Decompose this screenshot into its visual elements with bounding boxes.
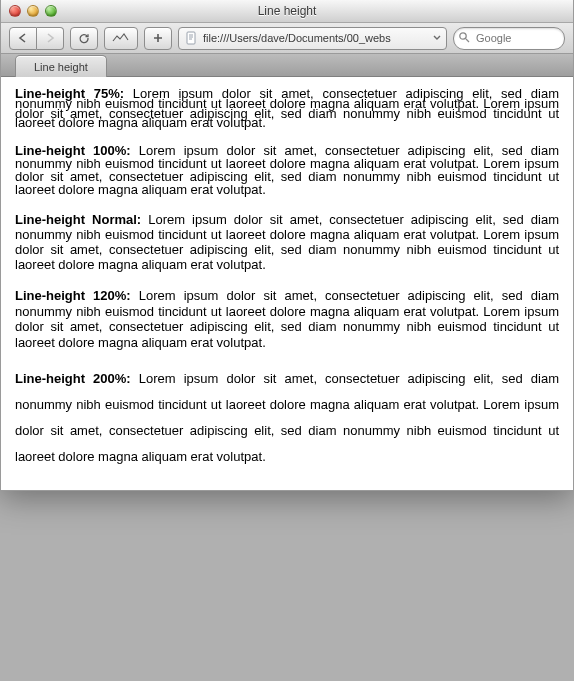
paragraph-lh-normal: Line-height Normal: Lorem ipsum dolor si… (15, 212, 559, 272)
tab-active[interactable]: Line height (15, 55, 107, 77)
address-dropdown[interactable] (428, 32, 446, 44)
tab-title: Line height (34, 61, 88, 73)
toolbar (1, 23, 573, 54)
address-input[interactable] (203, 32, 428, 44)
paragraph-lh-200: Line-height 200%: Lorem ipsum dolor sit … (15, 366, 559, 470)
close-window-button[interactable] (9, 5, 21, 17)
paragraph-label: Line-height 200%: (15, 371, 131, 386)
address-bar[interactable] (178, 27, 447, 50)
minimize-window-button[interactable] (27, 5, 39, 17)
reload-button[interactable] (70, 27, 98, 50)
page-content: Line-height 75%: Lorem ipsum dolor sit a… (1, 77, 573, 490)
nav-button-group (9, 27, 64, 50)
svg-rect-0 (187, 32, 195, 44)
traffic-lights (9, 5, 57, 17)
search-input[interactable] (474, 31, 558, 45)
browser-window: Line height (0, 0, 574, 491)
svg-point-1 (460, 33, 466, 39)
paragraph-lh-100: Line-height 100%: Lorem ipsum dolor sit … (15, 144, 559, 196)
magnifier-icon (458, 31, 470, 45)
paragraph-label: Line-height 120%: (15, 288, 131, 303)
zoom-window-button[interactable] (45, 5, 57, 17)
window-title: Line height (1, 4, 573, 18)
favicon (183, 30, 199, 46)
forward-button[interactable] (37, 27, 64, 50)
titlebar: Line height (1, 0, 573, 23)
safari-menu-button[interactable] (104, 27, 138, 50)
tab-strip: Line height (1, 54, 573, 77)
paragraph-label: Line-height Normal: (15, 212, 141, 227)
add-bookmark-button[interactable] (144, 27, 172, 50)
paragraph-lh-120: Line-height 120%: Lorem ipsum dolor sit … (15, 288, 559, 350)
paragraph-lh-75: Line-height 75%: Lorem ipsum dolor sit a… (15, 89, 559, 128)
search-field[interactable] (453, 27, 565, 50)
back-button[interactable] (9, 27, 37, 50)
